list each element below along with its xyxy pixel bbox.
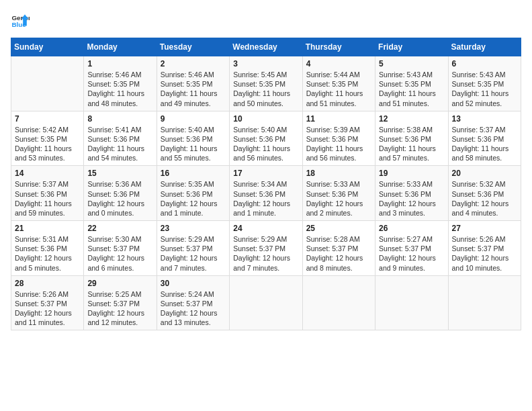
calendar-cell: 30Sunrise: 5:24 AM Sunset: 5:37 PM Dayli… <box>157 275 229 330</box>
day-info: Sunrise: 5:35 AM Sunset: 5:36 PM Dayligh… <box>161 179 226 218</box>
day-number: 24 <box>233 224 298 233</box>
day-info: Sunrise: 5:43 AM Sunset: 5:35 PM Dayligh… <box>452 70 517 108</box>
calendar-cell: 14Sunrise: 5:37 AM Sunset: 5:36 PM Dayli… <box>11 166 84 221</box>
header-saturday: Saturday <box>448 38 521 56</box>
day-info: Sunrise: 5:26 AM Sunset: 5:37 PM Dayligh… <box>452 234 517 273</box>
calendar-cell: 16Sunrise: 5:35 AM Sunset: 5:36 PM Dayli… <box>157 166 229 221</box>
calendar-cell: 25Sunrise: 5:28 AM Sunset: 5:37 PM Dayli… <box>302 221 375 276</box>
day-number: 27 <box>452 224 517 233</box>
calendar-cell: 8Sunrise: 5:41 AM Sunset: 5:36 PM Daylig… <box>84 111 157 166</box>
day-info: Sunrise: 5:36 AM Sunset: 5:36 PM Dayligh… <box>87 179 152 218</box>
day-number: 21 <box>15 224 80 233</box>
calendar-week-row: 1Sunrise: 5:46 AM Sunset: 5:35 PM Daylig… <box>11 56 521 111</box>
day-info: Sunrise: 5:26 AM Sunset: 5:37 PM Dayligh… <box>15 289 80 328</box>
calendar-cell: 7Sunrise: 5:42 AM Sunset: 5:35 PM Daylig… <box>11 111 84 166</box>
day-number: 8 <box>87 114 152 124</box>
calendar-cell: 2Sunrise: 5:46 AM Sunset: 5:35 PM Daylig… <box>157 56 229 111</box>
header-friday: Friday <box>375 38 448 56</box>
logo: General Blue <box>11 11 30 30</box>
day-info: Sunrise: 5:44 AM Sunset: 5:35 PM Dayligh… <box>306 70 371 108</box>
day-number: 15 <box>87 169 152 178</box>
calendar-cell: 13Sunrise: 5:37 AM Sunset: 5:36 PM Dayli… <box>448 111 521 166</box>
day-number: 19 <box>379 169 444 178</box>
calendar-cell: 28Sunrise: 5:26 AM Sunset: 5:37 PM Dayli… <box>11 275 84 330</box>
day-info: Sunrise: 5:40 AM Sunset: 5:36 PM Dayligh… <box>233 125 298 163</box>
header-sunday: Sunday <box>11 38 84 56</box>
day-info: Sunrise: 5:29 AM Sunset: 5:37 PM Dayligh… <box>233 234 298 273</box>
day-number: 17 <box>233 169 298 178</box>
logo-icon: General Blue <box>11 11 30 30</box>
day-info: Sunrise: 5:38 AM Sunset: 5:36 PM Dayligh… <box>379 125 444 163</box>
calendar-cell: 27Sunrise: 5:26 AM Sunset: 5:37 PM Dayli… <box>448 221 521 276</box>
day-number: 5 <box>379 59 444 68</box>
day-number: 14 <box>15 169 80 178</box>
header-thursday: Thursday <box>302 38 375 56</box>
calendar-cell: 10Sunrise: 5:40 AM Sunset: 5:36 PM Dayli… <box>230 111 302 166</box>
calendar-week-row: 21Sunrise: 5:31 AM Sunset: 5:36 PM Dayli… <box>11 221 521 276</box>
header-monday: Monday <box>84 38 157 56</box>
calendar-cell: 24Sunrise: 5:29 AM Sunset: 5:37 PM Dayli… <box>230 221 302 276</box>
day-info: Sunrise: 5:39 AM Sunset: 5:36 PM Dayligh… <box>306 125 371 163</box>
day-info: Sunrise: 5:42 AM Sunset: 5:35 PM Dayligh… <box>15 125 80 163</box>
calendar-cell: 29Sunrise: 5:25 AM Sunset: 5:37 PM Dayli… <box>84 275 157 330</box>
calendar-cell: 26Sunrise: 5:27 AM Sunset: 5:37 PM Dayli… <box>375 221 448 276</box>
day-number: 3 <box>233 59 298 68</box>
day-info: Sunrise: 5:29 AM Sunset: 5:37 PM Dayligh… <box>161 234 226 273</box>
day-number: 28 <box>15 279 80 288</box>
header-wednesday: Wednesday <box>230 38 302 56</box>
calendar-cell: 18Sunrise: 5:33 AM Sunset: 5:36 PM Dayli… <box>302 166 375 221</box>
day-number: 18 <box>306 169 371 178</box>
day-number: 30 <box>161 279 226 288</box>
day-number: 22 <box>87 224 152 233</box>
calendar-week-row: 14Sunrise: 5:37 AM Sunset: 5:36 PM Dayli… <box>11 166 521 221</box>
calendar-cell <box>230 275 302 330</box>
day-info: Sunrise: 5:31 AM Sunset: 5:36 PM Dayligh… <box>15 234 80 273</box>
day-info: Sunrise: 5:46 AM Sunset: 5:35 PM Dayligh… <box>87 70 152 108</box>
day-number: 11 <box>306 114 371 124</box>
day-number: 23 <box>161 224 226 233</box>
header-tuesday: Tuesday <box>157 38 229 56</box>
calendar-cell: 5Sunrise: 5:43 AM Sunset: 5:35 PM Daylig… <box>375 56 448 111</box>
calendar-cell: 15Sunrise: 5:36 AM Sunset: 5:36 PM Dayli… <box>84 166 157 221</box>
day-info: Sunrise: 5:40 AM Sunset: 5:36 PM Dayligh… <box>161 125 226 163</box>
calendar-cell: 9Sunrise: 5:40 AM Sunset: 5:36 PM Daylig… <box>157 111 229 166</box>
day-info: Sunrise: 5:37 AM Sunset: 5:36 PM Dayligh… <box>452 125 517 163</box>
day-number: 13 <box>452 114 517 124</box>
day-info: Sunrise: 5:27 AM Sunset: 5:37 PM Dayligh… <box>379 234 444 273</box>
day-info: Sunrise: 5:46 AM Sunset: 5:35 PM Dayligh… <box>161 70 226 108</box>
day-info: Sunrise: 5:45 AM Sunset: 5:35 PM Dayligh… <box>233 70 298 108</box>
day-number: 6 <box>452 59 517 68</box>
day-number: 9 <box>161 114 226 124</box>
calendar-week-row: 28Sunrise: 5:26 AM Sunset: 5:37 PM Dayli… <box>11 275 521 330</box>
calendar-cell <box>302 275 375 330</box>
calendar-cell: 4Sunrise: 5:44 AM Sunset: 5:35 PM Daylig… <box>302 56 375 111</box>
day-info: Sunrise: 5:32 AM Sunset: 5:36 PM Dayligh… <box>452 179 517 218</box>
calendar-cell: 17Sunrise: 5:34 AM Sunset: 5:36 PM Dayli… <box>230 166 302 221</box>
day-info: Sunrise: 5:30 AM Sunset: 5:37 PM Dayligh… <box>87 234 152 273</box>
page-header: General Blue <box>11 11 521 30</box>
calendar-cell: 3Sunrise: 5:45 AM Sunset: 5:35 PM Daylig… <box>230 56 302 111</box>
calendar-cell: 11Sunrise: 5:39 AM Sunset: 5:36 PM Dayli… <box>302 111 375 166</box>
day-number: 4 <box>306 59 371 68</box>
day-number: 26 <box>379 224 444 233</box>
calendar-cell: 20Sunrise: 5:32 AM Sunset: 5:36 PM Dayli… <box>448 166 521 221</box>
calendar-cell: 12Sunrise: 5:38 AM Sunset: 5:36 PM Dayli… <box>375 111 448 166</box>
calendar-cell <box>375 275 448 330</box>
day-info: Sunrise: 5:28 AM Sunset: 5:37 PM Dayligh… <box>306 234 371 273</box>
calendar-cell <box>11 56 84 111</box>
day-number: 12 <box>379 114 444 124</box>
day-number: 25 <box>306 224 371 233</box>
day-number: 1 <box>87 59 152 68</box>
day-info: Sunrise: 5:41 AM Sunset: 5:36 PM Dayligh… <box>87 125 152 163</box>
calendar-cell: 19Sunrise: 5:33 AM Sunset: 5:36 PM Dayli… <box>375 166 448 221</box>
calendar-cell: 22Sunrise: 5:30 AM Sunset: 5:37 PM Dayli… <box>84 221 157 276</box>
day-info: Sunrise: 5:25 AM Sunset: 5:37 PM Dayligh… <box>87 289 152 328</box>
calendar-header-row: SundayMondayTuesdayWednesdayThursdayFrid… <box>11 38 521 56</box>
calendar-week-row: 7Sunrise: 5:42 AM Sunset: 5:35 PM Daylig… <box>11 111 521 166</box>
day-info: Sunrise: 5:37 AM Sunset: 5:36 PM Dayligh… <box>15 179 80 218</box>
calendar-cell: 21Sunrise: 5:31 AM Sunset: 5:36 PM Dayli… <box>11 221 84 276</box>
calendar-cell: 23Sunrise: 5:29 AM Sunset: 5:37 PM Dayli… <box>157 221 229 276</box>
day-number: 20 <box>452 169 517 178</box>
day-number: 16 <box>161 169 226 178</box>
day-info: Sunrise: 5:43 AM Sunset: 5:35 PM Dayligh… <box>379 70 444 108</box>
